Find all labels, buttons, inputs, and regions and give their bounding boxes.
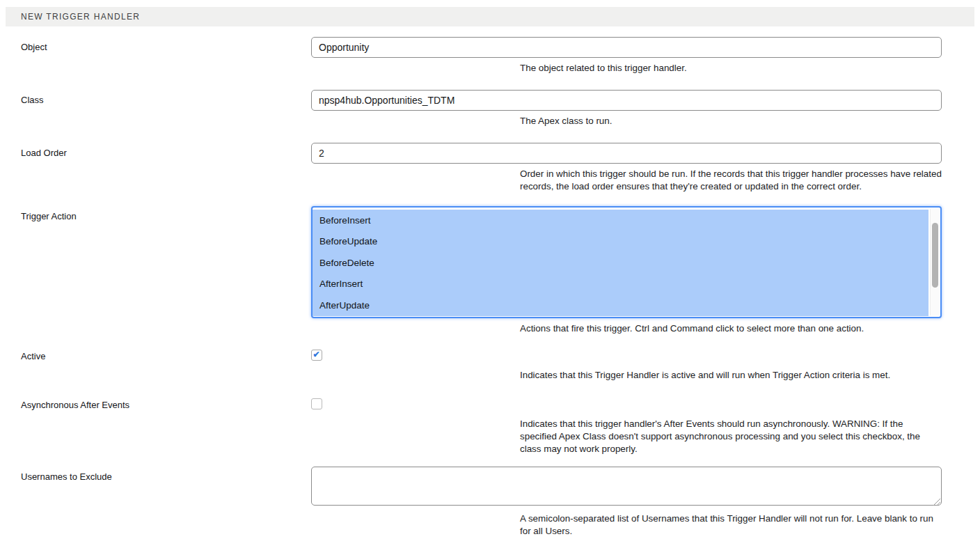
field-row-class: Class The Apex class to run. <box>0 90 980 127</box>
load-order-label: Load Order <box>0 143 311 158</box>
trigger-action-option[interactable]: BeforeUpdate <box>313 231 928 253</box>
load-order-help-text: Order in which this trigger should be ru… <box>520 168 942 193</box>
trigger-action-listbox[interactable]: BeforeInsertBeforeUpdateBeforeDeleteAfte… <box>311 206 942 318</box>
async-after-events-label: Asynchronous After Events <box>0 395 311 410</box>
page-title: NEW TRIGGER HANDLER <box>21 12 140 22</box>
class-help-text: The Apex class to run. <box>520 115 942 127</box>
object-label: Object <box>0 37 311 52</box>
trigger-action-option[interactable]: AfterInsert <box>313 274 928 295</box>
async-after-events-help-text: Indicates that this trigger handler's Af… <box>520 418 942 455</box>
field-row-active: Active Indicates that this Trigger Handl… <box>0 346 980 382</box>
new-trigger-handler-form: Object The object related to this trigge… <box>0 37 980 555</box>
active-help-text: Indicates that this Trigger Handler is a… <box>520 369 942 382</box>
class-input[interactable] <box>311 90 942 111</box>
field-row-usernames-to-exclude: Usernames to Exclude A semicolon-separat… <box>0 467 980 538</box>
class-label: Class <box>0 90 311 105</box>
trigger-action-option[interactable]: BeforeInsert <box>313 210 928 231</box>
field-row-object: Object The object related to this trigge… <box>0 37 980 75</box>
object-help-text: The object related to this trigger handl… <box>520 62 942 75</box>
trigger-action-option[interactable]: BeforeDelete <box>313 252 928 274</box>
active-checkbox[interactable] <box>311 350 322 361</box>
trigger-action-label: Trigger Action <box>0 206 311 221</box>
listbox-scrollbar-track[interactable] <box>930 209 939 315</box>
field-row-trigger-action: Trigger Action BeforeInsertBeforeUpdateB… <box>0 206 980 335</box>
section-header: NEW TRIGGER HANDLER <box>6 7 974 26</box>
async-after-events-checkbox[interactable] <box>311 398 322 409</box>
object-input[interactable] <box>311 37 942 58</box>
field-row-load-order: Load Order Order in which this trigger s… <box>0 143 980 193</box>
usernames-to-exclude-help-text: A semicolon-separated list of Usernames … <box>520 513 942 538</box>
usernames-to-exclude-textarea[interactable] <box>311 467 942 506</box>
field-row-async-after-events: Asynchronous After Events Indicates that… <box>0 395 980 455</box>
load-order-input[interactable] <box>311 143 942 164</box>
trigger-action-help-text: Actions that fire this trigger. Ctrl and… <box>520 322 942 335</box>
usernames-to-exclude-label: Usernames to Exclude <box>0 467 311 482</box>
listbox-scrollbar-thumb[interactable] <box>932 223 938 288</box>
trigger-action-option[interactable]: AfterUpdate <box>313 295 928 316</box>
active-label: Active <box>0 346 311 361</box>
